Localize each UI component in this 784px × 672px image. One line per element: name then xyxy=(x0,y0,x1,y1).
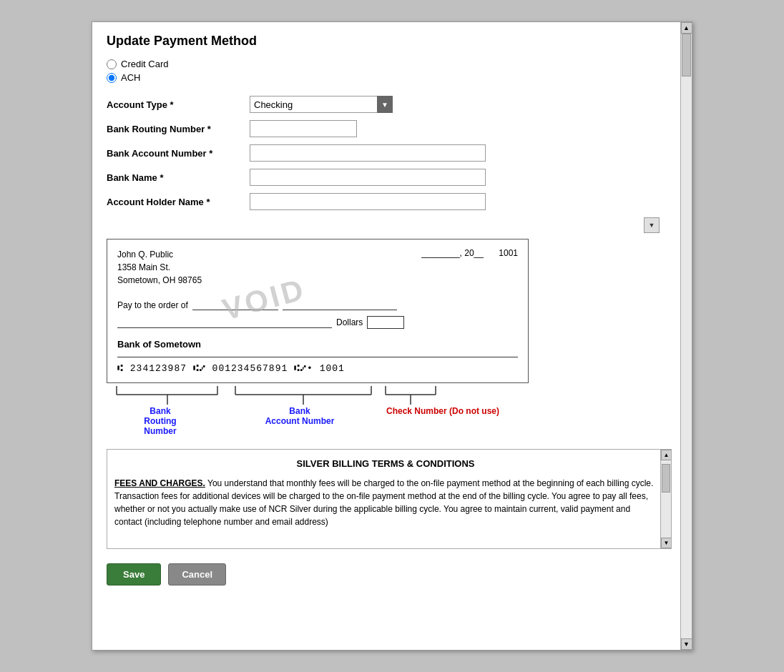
account-type-row: Account Type * Checking Savings xyxy=(107,96,677,113)
check-owner-name: John Q. Public xyxy=(117,248,202,261)
pay-to-line xyxy=(192,300,278,310)
check-address: John Q. Public 1358 Main St. Sometown, O… xyxy=(117,248,202,287)
scroll-up-arrow[interactable]: ▲ xyxy=(681,22,692,34)
bank-name-row: Bank Name * xyxy=(107,169,677,186)
terms-box: SILVER BILLING TERMS & CONDITIONS FEES A… xyxy=(107,449,672,549)
main-scrollbar: ▲ ▼ xyxy=(680,22,692,650)
account-type-select[interactable]: Checking Savings xyxy=(250,96,393,113)
label-check: Check Number (Do not use) xyxy=(378,406,507,436)
check-image: John Q. Public 1358 Main St. Sometown, O… xyxy=(107,239,529,383)
label-account: BankAccount Number xyxy=(228,406,371,436)
credit-card-option[interactable]: Credit Card xyxy=(107,59,677,69)
scroll-thumb[interactable] xyxy=(682,34,691,76)
bracket-svg xyxy=(107,385,529,405)
terms-scrollbar: ▲ ▼ xyxy=(660,450,671,548)
account-holder-label: Account Holder Name * xyxy=(107,197,250,207)
dollars-label: Dollars xyxy=(336,317,363,327)
amount-line xyxy=(283,300,397,310)
terms-fees-paragraph: FEES AND CHARGES. You understand that mo… xyxy=(114,477,657,528)
check-pay-row: Pay to the order of xyxy=(117,300,518,310)
terms-scroll-up[interactable]: ▲ xyxy=(661,450,672,460)
scroll-track xyxy=(681,34,692,638)
account-holder-input[interactable] xyxy=(250,193,486,210)
cancel-button[interactable]: Cancel xyxy=(168,563,226,585)
micr-line: ⑆ 234123987 ⑆⑇ 001234567891 ⑆⑇• 1001 xyxy=(117,363,345,374)
terms-scroll-down[interactable]: ▼ xyxy=(661,538,672,548)
bracket-lines-container xyxy=(107,385,529,405)
check-number: 1001 xyxy=(499,248,518,258)
bank-account-label: Bank Account Number * xyxy=(107,148,250,159)
check-micr-row: ⑆ 234123987 ⑆⑇ 001234567891 ⑆⑇• 1001 xyxy=(117,357,518,374)
ach-radio[interactable] xyxy=(107,73,117,83)
payment-method-radio-group: Credit Card ACH xyxy=(107,59,677,83)
bank-routing-label: Bank Routing Number * xyxy=(107,124,250,134)
ach-label: ACH xyxy=(121,72,140,83)
account-type-select-wrapper[interactable]: Checking Savings xyxy=(250,96,393,113)
bank-name-input[interactable] xyxy=(250,169,486,186)
bank-routing-row: Bank Routing Number * xyxy=(107,120,677,137)
check-address-line2: Sometown, OH 98765 xyxy=(117,274,202,287)
ach-form: Account Type * Checking Savings Bank Rou… xyxy=(107,96,677,210)
terms-scroll-track xyxy=(661,460,671,538)
check-bank-name: Bank of Sometown xyxy=(117,339,518,350)
check-number-area: ________, 20__ 1001 xyxy=(421,248,518,287)
check-date-text: ________, 20__ xyxy=(421,248,484,258)
bank-routing-input[interactable] xyxy=(250,120,357,137)
update-payment-window: Update Payment Method Credit Card ACH Ac… xyxy=(92,21,692,651)
page-title: Update Payment Method xyxy=(107,34,677,49)
check-top-row: John Q. Public 1358 Main St. Sometown, O… xyxy=(117,248,518,287)
terms-scroll-thumb[interactable] xyxy=(662,464,670,493)
terms-title: SILVER BILLING TERMS & CONDITIONS xyxy=(114,457,657,471)
check-bottom-line xyxy=(117,317,332,328)
check-second-row: Dollars xyxy=(117,316,518,329)
save-button[interactable]: Save xyxy=(107,563,161,585)
diagram-dropdown-button[interactable] xyxy=(644,217,660,233)
scroll-down-arrow[interactable]: ▼ xyxy=(681,638,692,650)
bank-account-input[interactable] xyxy=(250,144,486,162)
check-labels-row: BankRoutingNumber BankAccount Number Che… xyxy=(107,406,529,436)
terms-fees-heading: FEES AND CHARGES. xyxy=(114,478,205,488)
label-routing: BankRoutingNumber xyxy=(107,406,214,436)
terms-content: SILVER BILLING TERMS & CONDITIONS FEES A… xyxy=(107,450,671,535)
pay-to-text: Pay to the order of xyxy=(117,300,188,310)
account-type-label: Account Type * xyxy=(107,99,250,110)
check-date-line: ________, 20__ 1001 xyxy=(421,248,518,258)
bank-account-row: Bank Account Number * xyxy=(107,144,677,162)
check-address-line1: 1358 Main St. xyxy=(117,261,202,274)
credit-card-label: Credit Card xyxy=(121,59,168,69)
bank-name-label: Bank Name * xyxy=(107,172,250,183)
credit-card-radio[interactable] xyxy=(107,59,117,69)
ach-option[interactable]: ACH xyxy=(107,72,677,83)
check-diagram-area: John Q. Public 1358 Main St. Sometown, O… xyxy=(107,217,677,436)
button-row: Save Cancel xyxy=(107,563,677,585)
account-holder-row: Account Holder Name * xyxy=(107,193,677,210)
dollars-box xyxy=(367,316,404,329)
